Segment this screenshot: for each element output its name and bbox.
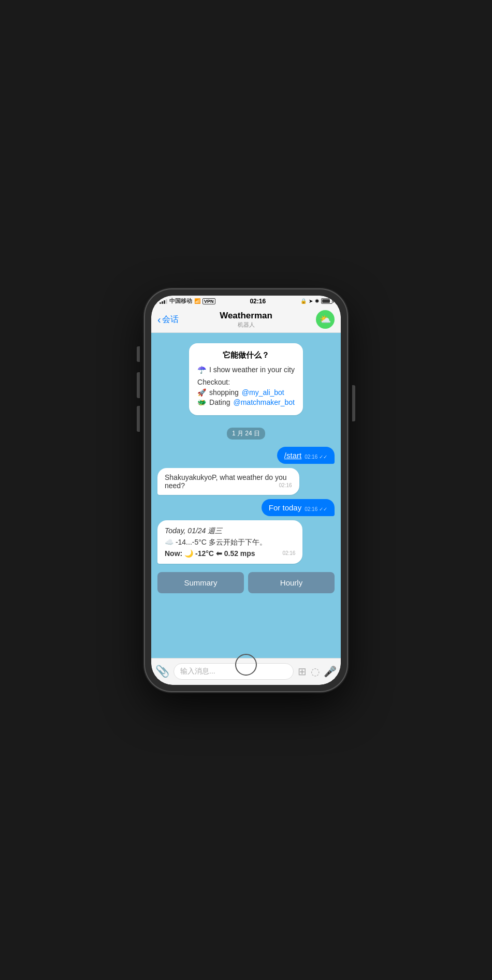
checkout-line1: 🚀 shopping @my_ali_bot bbox=[197, 388, 295, 397]
app-screen: 中国移动 📶 VPN 02:16 🔒 ➤ ✱ ‹ 会话 bbox=[151, 296, 341, 685]
input-placeholder: 输入消息... bbox=[180, 667, 215, 676]
location-icon: ➤ bbox=[309, 298, 313, 304]
action-buttons: Summary Hourly bbox=[157, 568, 335, 597]
checkout-title: Checkout: bbox=[197, 378, 295, 386]
bot-time-1: 02:16 bbox=[279, 482, 292, 488]
carrier-label: 中国移动 bbox=[169, 297, 192, 305]
user-bubble-1: /start 02:16 ✓✓ bbox=[277, 447, 335, 464]
nav-subtitle: 机器人 bbox=[238, 321, 255, 329]
volume-up-button bbox=[137, 372, 140, 398]
home-button[interactable] bbox=[235, 654, 257, 676]
welcome-line1: ☂️ I show weather in your city bbox=[197, 365, 295, 374]
checkout-section: Checkout: 🚀 shopping @my_ali_bot 🐲 Datin… bbox=[197, 378, 295, 406]
status-bar: 中国移动 📶 VPN 02:16 🔒 ➤ ✱ bbox=[151, 296, 341, 307]
emoji-icon[interactable]: ◌ bbox=[311, 665, 320, 678]
rocket-icon: 🚀 bbox=[197, 388, 206, 397]
battery-indicator bbox=[321, 298, 332, 304]
user-message-2: For today 02:16 ✓✓ bbox=[157, 499, 335, 516]
signal-icon bbox=[160, 299, 167, 304]
weather-now-text: Now: 🌙 -12°C ⬅ 0.52 mps bbox=[165, 549, 255, 558]
dragon-icon: 🐲 bbox=[197, 398, 206, 406]
matchmaker-link[interactable]: @matchmaker_bot bbox=[233, 398, 294, 406]
umbrella-icon: ☂️ bbox=[197, 365, 206, 374]
weather-message: Today, 01/24 週三 ☁️ -14...-5°C 多云开始于下午。 N… bbox=[157, 520, 335, 564]
user-time-2: 02:16 ✓✓ bbox=[305, 506, 327, 512]
weather-time: 02:16 bbox=[282, 550, 295, 556]
bot-bubble-1: ShakuyakukyoP, what weather do you need?… bbox=[157, 468, 299, 495]
input-icons: ⊞ ◌ 🎤 bbox=[298, 665, 337, 678]
bot-message-1: ShakuyakukyoP, what weather do you need?… bbox=[157, 468, 335, 495]
mic-icon[interactable]: 🎤 bbox=[324, 665, 337, 678]
status-right: 🔒 ➤ ✱ bbox=[300, 298, 332, 304]
phone-screen: 中国移动 📶 VPN 02:16 🔒 ➤ ✱ ‹ 会话 bbox=[151, 296, 341, 685]
date-separator: 1 月 24 日 bbox=[157, 428, 335, 440]
weather-date: Today, 01/24 週三 bbox=[165, 526, 295, 536]
welcome-bubble: 它能做什么？ ☂️ I show weather in your city Ch… bbox=[189, 343, 303, 415]
user-message-1: /start 02:16 ✓✓ bbox=[157, 447, 335, 464]
vpn-badge: VPN bbox=[202, 298, 215, 304]
volume-down-button bbox=[137, 406, 140, 432]
checkmarks-1: ✓✓ bbox=[319, 454, 327, 460]
attachment-icon[interactable]: 📎 bbox=[155, 665, 169, 678]
nav-right: ⛅ bbox=[298, 310, 335, 329]
date-label: 1 月 24 日 bbox=[227, 428, 265, 440]
mute-button bbox=[137, 346, 140, 362]
status-left: 中国移动 📶 VPN bbox=[160, 297, 215, 305]
back-button[interactable]: ‹ 会话 bbox=[157, 314, 194, 326]
bot-avatar-icon: ⛅ bbox=[320, 314, 331, 325]
ali-bot-link[interactable]: @my_ali_bot bbox=[242, 388, 284, 397]
chevron-left-icon: ‹ bbox=[157, 314, 161, 326]
weather-bubble: Today, 01/24 週三 ☁️ -14...-5°C 多云开始于下午。 N… bbox=[157, 520, 302, 564]
weather-temp: ☁️ -14...-5°C 多云开始于下午。 bbox=[165, 538, 295, 547]
sticker-icon[interactable]: ⊞ bbox=[298, 665, 307, 678]
message-input-placeholder[interactable]: 输入消息... bbox=[173, 663, 294, 680]
user-text-2: For today bbox=[269, 503, 301, 512]
user-text-1: /start bbox=[284, 451, 301, 460]
nav-title: Weatherman bbox=[220, 311, 272, 321]
hourly-button[interactable]: Hourly bbox=[248, 572, 335, 593]
chat-area[interactable]: 它能做什么？ ☂️ I show weather in your city Ch… bbox=[151, 333, 341, 658]
phone-device: 中国移动 📶 VPN 02:16 🔒 ➤ ✱ ‹ 会话 bbox=[145, 289, 347, 691]
status-time: 02:16 bbox=[250, 298, 266, 305]
summary-button[interactable]: Summary bbox=[157, 572, 244, 593]
weather-now: Now: 🌙 -12°C ⬅ 0.52 mps 02:16 bbox=[165, 549, 295, 558]
checkmarks-2: ✓✓ bbox=[319, 506, 327, 512]
user-bubble-2: For today 02:16 ✓✓ bbox=[262, 499, 335, 516]
nav-bar: ‹ 会话 Weatherman 机器人 ⛅ bbox=[151, 307, 341, 333]
user-time-1: 02:16 ✓✓ bbox=[305, 454, 327, 460]
power-button bbox=[352, 385, 355, 421]
nav-center: Weatherman 机器人 bbox=[194, 311, 298, 329]
lock-icon: 🔒 bbox=[300, 298, 307, 304]
bot-avatar[interactable]: ⛅ bbox=[316, 310, 335, 329]
wifi-icon: 📶 bbox=[194, 298, 200, 304]
bluetooth-icon: ✱ bbox=[315, 298, 319, 304]
bot-text-1: ShakuyakukyoP, what weather do you need? bbox=[165, 473, 287, 490]
checkout-line2: 🐲 Dating @matchmaker_bot bbox=[197, 398, 295, 406]
welcome-title: 它能做什么？ bbox=[197, 350, 295, 360]
back-label: 会话 bbox=[162, 314, 179, 325]
